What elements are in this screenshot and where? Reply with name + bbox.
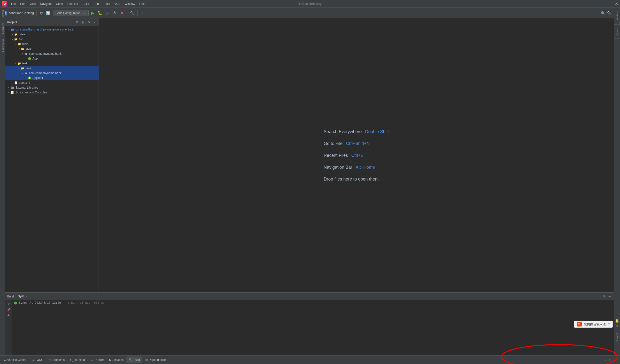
build-panel-header: Build: Sync × ⚙ ─ [5, 293, 614, 300]
project-collapse-all-icon[interactable]: ⊟ [75, 20, 79, 24]
build-settings-icon[interactable]: ⚙ [602, 294, 606, 299]
update-icon[interactable]: 🔄 [45, 10, 51, 16]
menu-code[interactable]: Code [54, 1, 65, 6]
tree-pom-xml[interactable]: 📄 pom.xml [5, 80, 99, 85]
flowable-tab[interactable]: Flowable [614, 329, 620, 346]
project-close-icon[interactable]: × [92, 20, 97, 24]
menu-build[interactable]: Build [81, 1, 91, 6]
structure-tab[interactable]: Structure [0, 21, 5, 37]
sync-tab[interactable]: Sync × [16, 294, 29, 299]
tree-external-libraries[interactable]: 📚 External Libraries [5, 85, 99, 90]
menu-window[interactable]: Window [123, 1, 137, 6]
search-everywhere-icon[interactable]: 🔍 [600, 10, 605, 16]
tree-main-package[interactable]: ◼ com.companyname.bank [5, 51, 99, 56]
menu-run[interactable]: Run [92, 1, 101, 6]
app-class-name: App [32, 57, 38, 60]
close-button[interactable]: ✕ [615, 2, 618, 6]
debug-button[interactable]: 🐛 [97, 10, 103, 16]
menu-edit[interactable]: Edit [18, 1, 27, 6]
build-eye-icon[interactable]: 👁 [6, 313, 11, 318]
run-button[interactable]: ▶ [90, 10, 96, 16]
profile-button[interactable]: ⏱ [111, 10, 118, 16]
todo-tab[interactable]: ≡ TODO [30, 356, 46, 363]
run-with-coverage-button[interactable]: ▷ [104, 10, 110, 16]
tree-idea-folder[interactable]: 📁 .idea [5, 32, 99, 37]
services-tab[interactable]: ▶ Services [107, 356, 126, 363]
sync-label: Sync: [19, 301, 28, 305]
left-side-panel: Project Structure Bookmarks [0, 8, 5, 355]
status-right-area: CRLF UTF-8 [604, 358, 619, 361]
menu-file[interactable]: File [9, 1, 18, 6]
ime-resize-icon[interactable]: ⊡ [608, 323, 610, 326]
minimize-button[interactable]: ─ [604, 2, 607, 6]
build-pin-icon[interactable]: 📌 [6, 307, 11, 312]
project-tree: consumerBanking D:\java\lu_git\consumerB… [5, 26, 99, 292]
dependencies-label: Dependencies [149, 358, 167, 362]
build-content: ↻ 📌 👁 Sync: At 2023/5/13 12:00 1 min, 35… [5, 300, 614, 355]
external-libraries-name: External Libraries [16, 86, 38, 89]
tree-test-package[interactable]: ◼ com.companyname.bank [5, 71, 99, 76]
build-left-icons: ↻ 📌 👁 [5, 300, 12, 355]
menu-view[interactable]: View [28, 1, 38, 6]
build-output: Sync: At 2023/5/13 12:00 1 min, 35 sec, … [12, 300, 614, 355]
maven-tab[interactable]: Maven [614, 25, 620, 38]
goto-file-label: Go to File [324, 141, 342, 146]
build-label: Build: [7, 295, 15, 298]
database-tab[interactable]: Database [614, 8, 620, 24]
maximize-button[interactable]: □ [609, 2, 613, 6]
build-refresh-icon[interactable]: ↻ [6, 301, 11, 306]
bookmarks-tab[interactable]: Bookmarks [0, 37, 5, 55]
tree-main-folder[interactable]: 📁 main [5, 42, 99, 46]
project-locate-icon[interactable]: ◎ [81, 20, 85, 24]
menu-refactor[interactable]: Refactor [65, 1, 80, 6]
tree-root[interactable]: consumerBanking D:\java\lu_git\consumerB… [5, 27, 99, 32]
add-configuration-button[interactable]: Add Configuration... ▾ [54, 10, 89, 16]
test-package-name: com.companyname.bank [29, 71, 62, 75]
project-panel: Project ⊟ ◎ ⚙ × consumerBanking D:\java\… [5, 18, 99, 292]
toolbar-divider-3 [137, 10, 138, 16]
vcs-icon[interactable] [39, 10, 44, 16]
notifications-icon[interactable]: 🔔 [615, 319, 619, 323]
tree-app-class[interactable]: C App [5, 56, 99, 61]
menu-help[interactable]: Help [137, 1, 147, 6]
editor-welcome: Search Everywhere Double Shift Go to Fil… [324, 129, 389, 182]
tree-scratches[interactable]: 📝 Scratches and Consoles [5, 90, 99, 95]
root-name: consumerBanking [16, 28, 39, 31]
build-minimize-icon[interactable]: ─ [607, 294, 612, 299]
toolbar-divider [36, 10, 37, 16]
navbar-shortcut: Alt+Home [356, 165, 375, 170]
project-settings-icon[interactable]: ⚙ [86, 20, 91, 24]
status-info: CRLF UTF-8 [604, 358, 619, 361]
dropdown-button[interactable]: ▾ [140, 10, 146, 16]
status-bar: ▲ Version Control ≡ TODO ⚠ Problems >_ T… [0, 355, 620, 364]
svg-text:C: C [29, 58, 30, 60]
tree-test-java-folder[interactable]: 📂 java [5, 66, 99, 71]
dependencies-tab[interactable]: ⊞ Dependencies [143, 356, 170, 363]
version-control-label: Version Control [7, 358, 27, 362]
tree-src-folder[interactable]: 📂 src [5, 37, 99, 42]
build-tab-label: Build [133, 358, 140, 362]
menu-vcs[interactable]: VCS [112, 1, 122, 6]
services-label: Services [112, 358, 124, 362]
build-tab[interactable]: 🔨 Build [126, 356, 142, 363]
menu-tools[interactable]: Tools [101, 1, 112, 6]
profiler-tab[interactable]: ⏱ Profiler [88, 356, 106, 363]
stop-button[interactable]: ⏹ [119, 10, 125, 16]
tree-main-java-folder[interactable]: 📂 java [5, 46, 99, 51]
right-divider-1 [614, 24, 620, 25]
tree-test-folder[interactable]: 📁 test [5, 61, 99, 66]
build-project-button[interactable]: 🔨 [129, 10, 135, 16]
terminal-tab[interactable]: >_ Terminal [68, 356, 88, 363]
menu-navigate[interactable]: Navigate [38, 1, 54, 6]
settings-icon-right[interactable]: ⚙ [615, 324, 619, 328]
sync-tab-close[interactable]: × [26, 295, 27, 298]
problems-icon: ⚠ [49, 358, 51, 362]
svg-point-1 [41, 12, 42, 13]
version-control-tab[interactable]: ▲ Version Control [1, 356, 30, 363]
project-tab[interactable]: Project [0, 8, 5, 21]
tree-apptest-class[interactable]: C AppTest [5, 76, 99, 80]
plugin-icon[interactable]: 🔌 [606, 10, 612, 16]
toolbar-project-name: consumerBanking [9, 11, 34, 15]
problems-tab[interactable]: ⚠ Problems [46, 356, 67, 363]
test-folder-name: test [22, 62, 27, 65]
